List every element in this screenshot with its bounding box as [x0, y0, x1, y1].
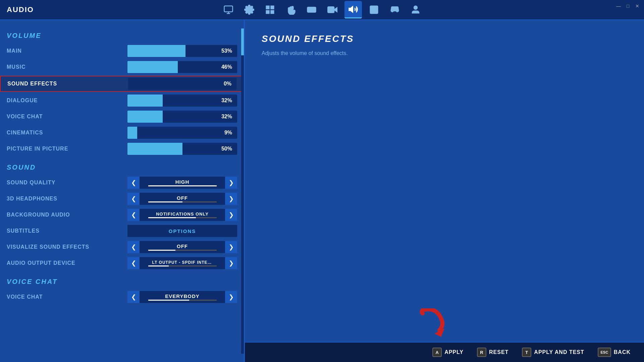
label-pip: PICTURE IN PICTURE	[7, 146, 127, 152]
setting-row-3d-headphones: 3D HEADPHONES ❮ OFF ❯	[0, 191, 244, 207]
label-main: MAIN	[7, 48, 127, 54]
section-sound-title: SOUND	[0, 160, 244, 175]
value-main: 53%	[221, 48, 232, 54]
svg-rect-15	[328, 7, 334, 13]
indicator-fill-background-audio	[148, 217, 196, 218]
indicator-sound-quality	[148, 185, 217, 186]
slider-main[interactable]: 53%	[127, 45, 237, 57]
slider-music[interactable]: 46%	[127, 61, 237, 73]
minimize-button[interactable]: —	[615, 3, 622, 9]
indicator-3d-headphones	[148, 201, 217, 202]
arrow-left-background-audio[interactable]: ❮	[127, 209, 140, 221]
slider-cinematics[interactable]: 9%	[127, 127, 237, 139]
section-voice-chat-title: VOICE CHAT	[0, 275, 244, 289]
value-3d-headphones: OFF	[177, 195, 188, 201]
nav-icons	[220, 1, 424, 18]
nav-icon-account[interactable]	[407, 1, 424, 18]
slider-voice-chat[interactable]: 32%	[127, 111, 237, 123]
value-wrap-voice-chat: EVERYBODY	[140, 291, 225, 303]
arrow-left-sound-quality[interactable]: ❮	[127, 177, 140, 189]
apply-arrow-icon	[416, 308, 449, 339]
setting-row-pip: PICTURE IN PICTURE 50%	[0, 141, 244, 157]
label-subtitles: SUBTITLES	[7, 228, 127, 234]
dropdown-3d-headphones: ❮ OFF ❯	[127, 193, 237, 205]
nav-icon-video[interactable]	[324, 1, 341, 18]
bottom-action-bar: A APPLY R RESET T APPLY AND TEST ESC BAC…	[245, 342, 644, 362]
nav-icon-hud[interactable]	[365, 1, 383, 18]
setting-row-dialogue: DIALOGUE 32%	[0, 93, 244, 109]
dropdown-background-audio: ❮ NOTIFICATIONS ONLY ❯	[127, 209, 237, 221]
arrow-left-3d-headphones[interactable]: ❮	[127, 193, 140, 205]
main-content: VOLUME MAIN 53% MUSIC 46% SOUND EFFECTS	[0, 20, 644, 362]
nav-icon-controller[interactable]	[386, 1, 404, 18]
setting-row-music: MUSIC 46%	[0, 59, 244, 75]
maximize-button[interactable]: □	[625, 3, 631, 9]
nav-icon-settings[interactable]	[240, 1, 258, 18]
arrow-right-visualize-sfx[interactable]: ❯	[225, 241, 237, 253]
slider-fill-cinematics	[127, 127, 137, 139]
btn-subtitles-options[interactable]: OPTIONS	[127, 225, 237, 237]
scrollbar-track	[241, 28, 244, 354]
svg-rect-5	[271, 6, 274, 9]
right-panel: SOUND EFFECTS Adjusts the volume of soun…	[245, 20, 644, 362]
svg-rect-7	[266, 11, 269, 14]
nav-icon-audio[interactable]	[344, 1, 362, 18]
slider-dialogue[interactable]: 32%	[127, 95, 237, 107]
action-back[interactable]: ESC BACK	[598, 348, 631, 357]
slider-pip[interactable]: 50%	[127, 143, 237, 155]
setting-row-cinematics: CINEMATICS 9%	[0, 125, 244, 141]
indicator-background-audio	[148, 217, 217, 218]
action-apply-and-test[interactable]: T APPLY AND TEST	[522, 348, 584, 357]
dropdown-visualize-sfx: ❮ OFF ❯	[127, 241, 237, 253]
setting-row-sound-quality: SOUND QUALITY ❮ HIGH ❯	[0, 175, 244, 191]
setting-row-main: MAIN 53%	[0, 43, 244, 59]
value-pip: 50%	[221, 146, 232, 152]
arrow-right-3d-headphones[interactable]: ❯	[225, 193, 237, 205]
arrow-left-audio-output[interactable]: ❮	[127, 257, 140, 269]
btn-subtitles-label: OPTIONS	[169, 228, 196, 234]
slider-fill-voice-chat	[127, 111, 163, 123]
indicator-fill-audio-output	[148, 265, 169, 266]
label-3d-headphones: 3D HEADPHONES	[7, 196, 127, 202]
svg-point-25	[414, 6, 417, 9]
arrow-left-voice-chat[interactable]: ❮	[127, 291, 140, 303]
indicator-voice-chat	[148, 300, 217, 301]
setting-row-background-audio: BACKGROUND AUDIO ❮ NOTIFICATIONS ONLY ❯	[0, 207, 244, 223]
value-wrap-background-audio: NOTIFICATIONS ONLY	[140, 209, 225, 221]
arrow-right-audio-output[interactable]: ❯	[225, 257, 237, 269]
label-visualize-sfx: VISUALIZE SOUND EFFECTS	[7, 244, 127, 250]
arrow-right-background-audio[interactable]: ❯	[225, 209, 237, 221]
action-apply[interactable]: A APPLY	[432, 348, 464, 357]
nav-icon-keyboard[interactable]	[303, 1, 320, 18]
label-apply-and-test: APPLY AND TEST	[534, 349, 584, 355]
value-voice-chat: EVERYBODY	[165, 293, 200, 299]
setting-row-voice-chat-vol: VOICE CHAT 32%	[0, 109, 244, 125]
svg-marker-14	[334, 8, 337, 12]
setting-row-sound-effects: SOUND EFFECTS 0%	[0, 76, 244, 92]
left-panel: VOLUME MAIN 53% MUSIC 46% SOUND EFFECTS	[0, 20, 245, 362]
label-sound-effects: SOUND EFFECTS	[7, 81, 128, 87]
nav-icon-control[interactable]	[282, 1, 300, 18]
nav-icon-monitor[interactable]	[220, 1, 237, 18]
setting-row-audio-output: AUDIO OUTPUT DEVICE ❮ LT OUTPUT - SPDIF …	[0, 255, 244, 271]
detail-title: SOUND EFFECTS	[262, 34, 627, 44]
scrollbar-thumb[interactable]	[241, 28, 244, 55]
key-reset: R	[477, 348, 486, 357]
label-background-audio: BACKGROUND AUDIO	[7, 212, 127, 218]
label-dialogue: DIALOGUE	[7, 98, 127, 104]
arrow-left-visualize-sfx[interactable]: ❮	[127, 241, 140, 253]
value-wrap-3d-headphones: OFF	[140, 193, 225, 205]
slider-sound-effects[interactable]: 0%	[128, 78, 236, 90]
nav-icon-game[interactable]	[261, 1, 279, 18]
close-button[interactable]: ✕	[634, 3, 641, 9]
slider-fill-main	[127, 45, 185, 57]
value-dialogue: 32%	[221, 98, 232, 104]
value-background-audio: NOTIFICATIONS ONLY	[156, 212, 209, 217]
arrow-right-voice-chat[interactable]: ❯	[225, 291, 237, 303]
page-title: AUDIO	[7, 5, 34, 14]
action-reset[interactable]: R RESET	[477, 348, 508, 357]
window-controls: — □ ✕	[615, 3, 641, 9]
indicator-fill-3d-headphones	[148, 201, 182, 202]
arrow-right-sound-quality[interactable]: ❯	[225, 177, 237, 189]
svg-marker-16	[349, 6, 353, 12]
